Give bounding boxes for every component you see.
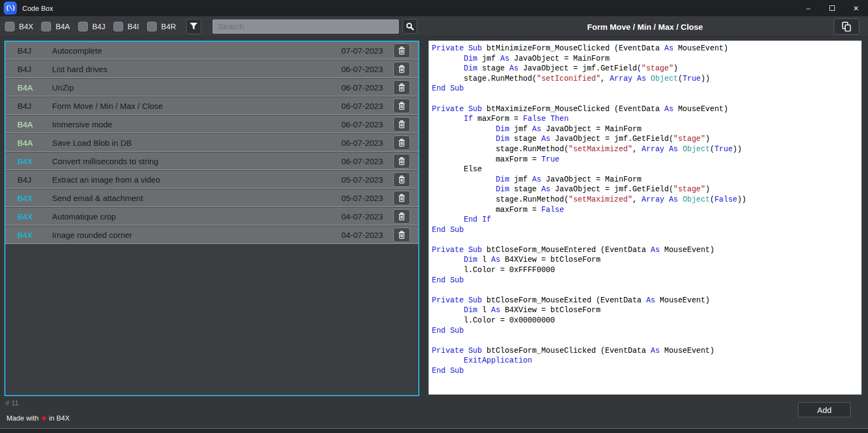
delete-button[interactable] bbox=[393, 228, 410, 242]
snippet-tag: B4J bbox=[17, 101, 43, 111]
filter-b4j[interactable]: B4J bbox=[78, 22, 105, 31]
trash-icon bbox=[398, 231, 405, 239]
trash-icon bbox=[398, 65, 405, 73]
trash-icon bbox=[398, 212, 405, 221]
snippet-date: 04-07-2023 bbox=[341, 212, 383, 221]
snippet-name: Automatique crop bbox=[52, 212, 341, 221]
made-with-label: Made with ♥ in B4X bbox=[7, 414, 69, 422]
close-button[interactable]: ✕ bbox=[844, 0, 868, 16]
snippet-tag: B4X bbox=[17, 157, 43, 166]
filter-b4i[interactable]: B4I bbox=[113, 22, 139, 31]
minimize-button[interactable]: – bbox=[796, 0, 820, 16]
filter-b4a-checkbox[interactable] bbox=[41, 22, 51, 31]
snippet-tag: B4A bbox=[17, 138, 43, 147]
filter-button[interactable] bbox=[186, 19, 201, 34]
copy-button[interactable] bbox=[834, 18, 859, 35]
filter-b4a[interactable]: B4A bbox=[41, 22, 69, 31]
trash-icon bbox=[398, 102, 405, 110]
trash-icon bbox=[398, 120, 405, 128]
trash-icon bbox=[398, 176, 405, 184]
snippet-name: Send email & attachment bbox=[52, 193, 341, 203]
delete-button[interactable] bbox=[393, 99, 410, 113]
list-item[interactable]: B4X Automatique crop 04-07-2023 bbox=[5, 208, 418, 225]
list-item[interactable]: B4A UnZip 06-07-2023 bbox=[5, 79, 418, 96]
snippet-name: Convert milliseconds to string bbox=[52, 157, 341, 166]
snippet-date: 06-07-2023 bbox=[341, 157, 383, 166]
snippet-tag: B4X bbox=[17, 230, 43, 240]
title-bar: {\} Code Box – ✕ bbox=[0, 0, 868, 16]
snippet-name: Save Load Blob in DB bbox=[52, 138, 341, 147]
list-item[interactable]: B4X Convert milliseconds to string 06-07… bbox=[5, 152, 418, 170]
delete-button[interactable] bbox=[393, 135, 410, 150]
search-button[interactable] bbox=[403, 19, 417, 34]
maximize-icon bbox=[829, 5, 835, 11]
trash-icon bbox=[398, 47, 405, 55]
maximize-button[interactable] bbox=[820, 0, 844, 16]
snippet-name: Extract an image from a video bbox=[52, 175, 341, 184]
delete-button[interactable] bbox=[393, 62, 410, 76]
made-with-prefix: Made with bbox=[7, 414, 39, 422]
snippet-title: Form Move / Min / Max / Close bbox=[429, 16, 861, 37]
delete-button[interactable] bbox=[393, 154, 410, 169]
trash-icon bbox=[398, 194, 405, 202]
delete-button[interactable] bbox=[393, 117, 410, 132]
copy-icon bbox=[842, 22, 851, 32]
snippet-date: 06-07-2023 bbox=[341, 64, 383, 74]
code-panel[interactable]: Private Sub btMinimizeForm_MouseClicked … bbox=[429, 41, 861, 395]
filter-b4x[interactable]: B4X bbox=[5, 22, 33, 31]
filter-b4r-checkbox[interactable] bbox=[147, 22, 157, 31]
trash-icon bbox=[398, 157, 405, 165]
delete-button[interactable] bbox=[393, 80, 410, 95]
snippet-name: Immersive mode bbox=[52, 120, 341, 129]
snippet-date: 05-07-2023 bbox=[341, 193, 383, 203]
snippet-date: 06-07-2023 bbox=[341, 101, 383, 111]
window-title: Code Box bbox=[22, 4, 53, 12]
snippet-date: 06-07-2023 bbox=[341, 120, 383, 129]
snippet-name: UnZip bbox=[52, 83, 341, 92]
made-with-suffix: in B4X bbox=[49, 414, 69, 422]
app-icon: {\} bbox=[4, 2, 17, 15]
snippet-date: 04-07-2023 bbox=[341, 230, 383, 240]
list-item[interactable]: B4A Save Load Blob in DB 06-07-2023 bbox=[5, 134, 418, 152]
list-item[interactable]: B4X Image rounded corner 04-07-2023 bbox=[5, 226, 418, 244]
search-icon bbox=[406, 22, 414, 30]
filter-b4x-label: B4X bbox=[19, 22, 33, 31]
delete-button[interactable] bbox=[393, 43, 410, 58]
window-bottom-edge bbox=[0, 428, 868, 433]
toolbar: B4X B4A B4J B4I B4R Form Move / Min / Ma… bbox=[0, 16, 868, 37]
snippet-date: 07-07-2023 bbox=[341, 46, 383, 55]
code-text: Private Sub btMinimizeForm_MouseClicked … bbox=[429, 41, 861, 376]
snippet-name: List hard drives bbox=[52, 64, 341, 74]
list-item[interactable]: B4J List hard drives 06-07-2023 bbox=[5, 60, 418, 78]
snippet-tag: B4J bbox=[17, 64, 43, 74]
snippet-date: 05-07-2023 bbox=[341, 175, 383, 184]
filter-b4r[interactable]: B4R bbox=[147, 22, 176, 31]
snippet-tag: B4J bbox=[17, 175, 43, 184]
delete-button[interactable] bbox=[393, 172, 410, 187]
list-item[interactable]: B4J Form Move / Min / Max / Close 06-07-… bbox=[5, 97, 418, 115]
snippet-name: Autocomplete bbox=[52, 46, 341, 55]
snippet-count: # 11 bbox=[5, 399, 18, 407]
heart-icon: ♥ bbox=[41, 415, 46, 422]
snippet-name: Form Move / Min / Max / Close bbox=[52, 101, 341, 111]
list-item[interactable]: B4J Autocomplete 07-07-2023 bbox=[5, 42, 418, 60]
filter-b4i-checkbox[interactable] bbox=[113, 22, 123, 31]
filter-b4r-label: B4R bbox=[161, 22, 176, 31]
snippet-name: Image rounded corner bbox=[52, 230, 341, 240]
list-item[interactable]: B4X Send email & attachment 05-07-2023 bbox=[5, 189, 418, 207]
filter-b4j-label: B4J bbox=[92, 22, 105, 31]
filter-b4a-label: B4A bbox=[55, 22, 69, 31]
window-controls: – ✕ bbox=[796, 0, 868, 16]
close-icon: ✕ bbox=[853, 4, 859, 12]
list-item[interactable]: B4J Extract an image from a video 05-07-… bbox=[5, 171, 418, 189]
snippet-list: B4J Autocomplete 07-07-2023 B4J List har… bbox=[4, 41, 419, 396]
delete-button[interactable] bbox=[393, 209, 410, 224]
delete-button[interactable] bbox=[393, 191, 410, 205]
search-input[interactable] bbox=[213, 20, 399, 34]
filter-b4x-checkbox[interactable] bbox=[5, 22, 15, 31]
add-button[interactable]: Add bbox=[798, 402, 851, 417]
snippet-date: 06-07-2023 bbox=[341, 83, 383, 92]
snippet-tag: B4X bbox=[17, 193, 43, 203]
filter-b4j-checkbox[interactable] bbox=[78, 22, 88, 31]
list-item[interactable]: B4A Immersive mode 06-07-2023 bbox=[5, 115, 418, 133]
